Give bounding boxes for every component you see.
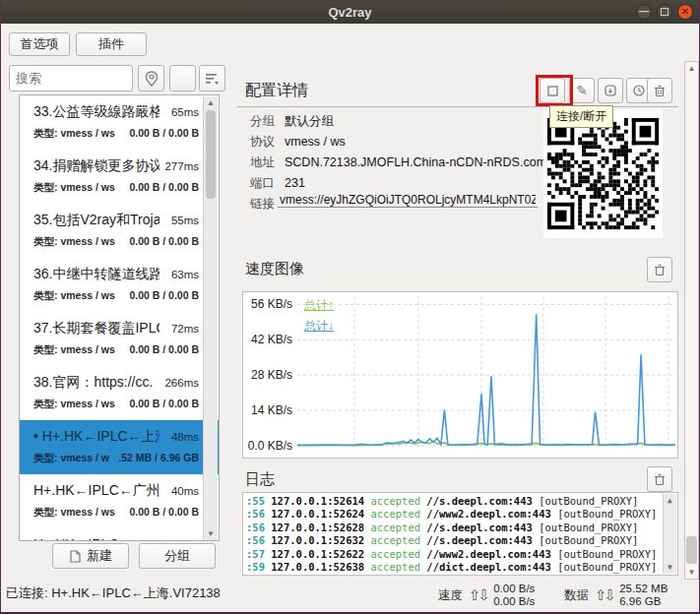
- server-list-item[interactable]: H+.HK←IPLC←广州.V 40ms 类型: vmess / ws 0.00…: [20, 474, 219, 528]
- log-line: :56 127.0.0.1:52624 accepted //www2.deep…: [246, 508, 662, 521]
- server-list[interactable]: 33.公益等级線路嚴格阝 65ms 类型: vmess / ws 0.00 B …: [19, 94, 220, 541]
- close-button[interactable]: ✕: [677, 4, 693, 20]
- detail-field: 地址SCDN.72138.JMOFLH.China-nCDN-nRDS.com: [250, 154, 546, 171]
- up-down-arrows-icon: ⇧⇩: [469, 586, 487, 604]
- sort-button[interactable]: [199, 65, 225, 92]
- connect-tooltip: 连接/断开: [549, 105, 613, 128]
- scroll-down-icon[interactable]: ▼: [685, 566, 698, 579]
- log-line: :56 127.0.0.1:52628 accepted //s.deepl.c…: [246, 522, 662, 534]
- group-button[interactable]: 分组: [139, 543, 216, 569]
- up-down-arrows-icon: ⇧⇩: [595, 586, 613, 604]
- server-list-item[interactable]: 38.官网：https://cc. 266ms 类型: vmess / ws 0…: [20, 366, 219, 420]
- server-ping: 72ms: [171, 323, 199, 335]
- detail-field: 分组默认分组: [250, 113, 334, 130]
- legend-item[interactable]: 总计↑: [304, 297, 334, 314]
- log-scrollbar[interactable]: ▲ ▼: [663, 494, 676, 574]
- minimize-button[interactable]: —: [636, 4, 652, 20]
- speed-chart: 56 KB/s42 KB/s28 KB/s14 KB/s0.0 KB/s 总计↑…: [242, 291, 678, 459]
- y-axis-tick: 28 KB/s: [243, 368, 292, 382]
- chart-legend: 总计↑总计↓: [304, 297, 334, 338]
- log-section-title: 日志: [245, 470, 275, 489]
- scrollbar-thumb[interactable]: [686, 536, 697, 564]
- edit-json-icon: [604, 84, 617, 97]
- scrollbar-thumb[interactable]: [206, 110, 216, 199]
- plugins-button[interactable]: 插件: [76, 32, 147, 56]
- edit-json-button[interactable]: [598, 78, 623, 103]
- log-output[interactable]: :55 127.0.0.1:52614 accepted //s.deepl.c…: [242, 492, 678, 576]
- server-ping: 277ms: [164, 160, 199, 172]
- server-name: 34.捐赠解锁更多协议: [33, 157, 159, 175]
- upload-speed-value: 0.00 B/s: [493, 583, 535, 594]
- scroll-down-icon[interactable]: ▼: [664, 561, 676, 574]
- server-ping: 266ms: [164, 377, 199, 389]
- scroll-down-icon[interactable]: ▼: [204, 527, 218, 540]
- preferences-button[interactable]: 首选项: [9, 32, 70, 56]
- server-name: 38.官网：https://cc.: [33, 374, 153, 392]
- detail-field: 端口231: [250, 175, 305, 192]
- clear-log-button[interactable]: [647, 466, 672, 492]
- clear-graph-button[interactable]: [647, 257, 672, 282]
- server-list-scrollbar[interactable]: ▲ ▼: [203, 96, 218, 540]
- server-name: 36.中继中转隧道线路翻: [33, 266, 159, 283]
- highlight-annotation: [536, 75, 573, 106]
- scroll-up-icon[interactable]: ▲: [685, 62, 698, 75]
- server-ping: 55ms: [171, 215, 199, 226]
- server-list-item[interactable]: 37.长期套餐覆盖IPLC专 72ms 类型: vmess / ws 0.00 …: [20, 312, 219, 366]
- server-name: 33.公益等级線路嚴格阝: [33, 103, 159, 121]
- titlebar[interactable]: Qv2ray — ✕: [1, 0, 699, 24]
- log-line: :56 127.0.0.1:52632 accepted //s.deepl.c…: [246, 534, 662, 547]
- delete-config-button[interactable]: [647, 78, 672, 103]
- y-axis-tick: 0.0 KB/s: [243, 439, 292, 453]
- panel-scrollbar[interactable]: ▲ ▼: [684, 61, 699, 580]
- server-name: • H+.HK←IPLC←上海: [33, 428, 159, 446]
- server-data: 0.00 B / 0.00 B: [129, 506, 199, 520]
- server-list-item[interactable]: 35.包括V2ray和Trojan 55ms 类型: vmess / ws 0.…: [20, 204, 219, 258]
- scroll-up-icon[interactable]: ▲: [664, 494, 676, 507]
- server-name: 35.包括V2ray和Trojan: [33, 212, 159, 229]
- download-speed-value: 0.00 B/s: [493, 595, 535, 607]
- server-list-item[interactable]: 34.捐赠解锁更多协议 277ms 类型: vmess / ws 0.00 B …: [20, 150, 219, 204]
- y-axis-tick: 56 KB/s: [243, 297, 292, 311]
- data-status: 数据 ⇧⇩ 25.52 MB 6.96 GB: [564, 583, 668, 608]
- upload-data-value: 25.52 MB: [619, 583, 668, 594]
- scroll-up-icon[interactable]: ▲: [204, 96, 218, 109]
- group-label: 分组: [164, 547, 190, 565]
- location-pin-icon: [145, 71, 159, 87]
- server-ping: 40ms: [171, 485, 199, 497]
- detail-field: 协议vmess / ws: [250, 134, 346, 151]
- log-line: :55 127.0.0.1:52614 accepted //s.deepl.c…: [246, 495, 662, 508]
- server-name: H+.HK←IPLC←广州.V: [33, 482, 159, 500]
- server-data: 0.00 B / 0.00 B: [129, 181, 199, 195]
- new-config-label: 新建: [87, 547, 112, 565]
- trash-icon: [654, 473, 666, 486]
- server-list-item[interactable]: 33.公益等级線路嚴格阝 65ms 类型: vmess / ws 0.00 B …: [20, 95, 219, 150]
- search-input[interactable]: [9, 65, 133, 92]
- server-list-item[interactable]: H+.HK←IPLC←: [20, 528, 219, 541]
- window-title: Qv2ray: [328, 5, 371, 20]
- y-axis-tick: 14 KB/s: [243, 403, 292, 417]
- server-type: 类型: vmess / ws: [33, 506, 115, 520]
- server-list-item[interactable]: 36.中继中转隧道线路翻 63ms 类型: vmess / ws 0.00 B …: [20, 258, 219, 312]
- link-input[interactable]: [278, 193, 538, 208]
- server-type: 类型: vmess / ws: [33, 289, 115, 303]
- server-ping: 65ms: [171, 106, 199, 118]
- speed-section-title: 速度图像: [245, 260, 304, 278]
- server-name: 37.长期套餐覆盖IPLC专: [33, 320, 159, 338]
- qv2ray-window: Qv2ray — ✕ 首选项 插件 33.公益等级線路嚴格阝: [0, 0, 700, 614]
- server-type: 类型: vmess / ws: [33, 398, 115, 411]
- server-ping: 63ms: [171, 269, 199, 280]
- trash-icon: [654, 264, 666, 276]
- location-ping-button[interactable]: [138, 65, 164, 92]
- blank-button[interactable]: [169, 65, 196, 92]
- data-status-label: 数据: [564, 587, 589, 604]
- legend-item[interactable]: 总计↓: [304, 318, 334, 335]
- server-list-item[interactable]: • H+.HK←IPLC←上海 48ms 类型: vmess / w .52 M…: [20, 420, 219, 474]
- new-config-button[interactable]: 新建: [52, 543, 129, 569]
- speed-chart-plot: [297, 296, 675, 454]
- latency-test-icon: [632, 84, 646, 97]
- server-type: 类型: vmess / ws: [33, 235, 115, 249]
- maximize-button[interactable]: [657, 4, 672, 20]
- new-document-icon: [69, 550, 81, 563]
- qr-code: [543, 109, 663, 238]
- plugins-label: 插件: [98, 35, 124, 53]
